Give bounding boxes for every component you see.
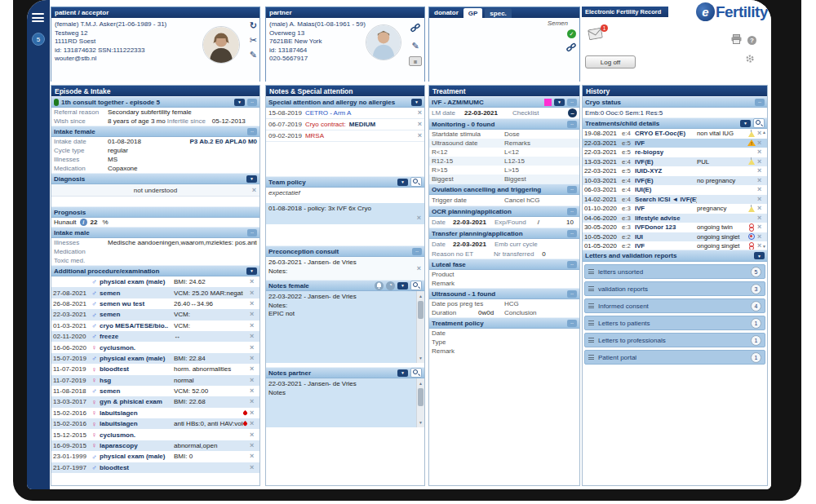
partner-edit-pencil-icon[interactable] (411, 42, 419, 51)
treatments-dropdown-button[interactable] (740, 120, 751, 127)
row-close-icon[interactable] (757, 205, 765, 212)
special-attention-row[interactable]: 09-02-2019 MRSA (266, 130, 424, 142)
row-close-icon[interactable] (250, 442, 258, 449)
intake-female-more-button[interactable] (247, 128, 257, 135)
treatment-history-row[interactable]: 01-05-2020 e:2 IVF ongoing singlet (583, 241, 767, 250)
procedure-row[interactable]: 11-07-2019 hsg normal (51, 375, 259, 386)
diagnosis-dropdown-button[interactable] (246, 175, 257, 183)
row-close-icon[interactable] (757, 196, 765, 203)
ultrasound-more-button[interactable] (567, 290, 577, 298)
notes-partner-entry[interactable]: 22-03-2021 - Jansen- de Vries Notes (266, 378, 424, 427)
entry-close-icon[interactable] (417, 214, 421, 222)
procedure-row[interactable]: physical exam (male) BMI: 24.62 (51, 276, 259, 287)
treatment-history-row[interactable]: 14-02-2021 e:4 Search ICSI ◄ IVF(E) (583, 195, 767, 205)
treatment-history-row[interactable]: 22-03-2021 e:5 IVF (583, 139, 767, 148)
scissors-icon[interactable] (250, 36, 257, 45)
row-close-icon[interactable] (250, 398, 258, 405)
row-close-icon[interactable] (250, 355, 258, 362)
preconception-more-button[interactable] (412, 248, 422, 255)
row-close-icon[interactable] (250, 431, 258, 439)
row-close-icon[interactable] (757, 223, 765, 231)
scrollbar[interactable] (416, 291, 424, 363)
treatment-history-row[interactable]: 22-03-2021 e:5 IUID-XYZ (583, 166, 767, 176)
treatment-history-row[interactable]: 06-03-2021 e:4 IUI(E) (583, 185, 767, 195)
message-icon[interactable]: 1 (588, 28, 606, 42)
row-close-icon[interactable] (757, 139, 765, 147)
bell-icon-button[interactable] (375, 281, 384, 290)
tab-gp[interactable]: GP (463, 8, 483, 18)
row-close-icon[interactable] (250, 387, 258, 395)
row-close-icon[interactable] (757, 148, 765, 156)
treatment-history-row[interactable]: 04-06-2020 e:3 lifestyle advise (583, 214, 767, 223)
ocr-more-button[interactable] (567, 208, 577, 215)
row-close-icon[interactable] (418, 109, 422, 117)
notes-female-search-button[interactable] (410, 281, 422, 290)
entry-close-icon[interactable] (417, 265, 421, 272)
menu-icon[interactable] (32, 13, 44, 23)
row-close-icon[interactable] (250, 311, 258, 318)
link-icon[interactable] (566, 41, 576, 55)
procedure-row[interactable]: 13-03-2017 gyn & phisical exam BMI: 22.6… (51, 396, 259, 407)
preconception-entry[interactable]: 26-03-2021 - Jansen- de Vries Notes: (266, 257, 424, 280)
procedure-row[interactable]: 15-02-2016 labuitslagen (51, 408, 259, 418)
procedure-row[interactable]: 27-08-2021 semen VCM: 25.20 MAR:negative (51, 287, 259, 298)
special-attention-dropdown-button[interactable] (411, 99, 422, 106)
help-icon[interactable] (747, 36, 756, 45)
row-close-icon[interactable] (757, 186, 765, 193)
procedure-row[interactable]: 21-07-1997 bloodtest (51, 462, 259, 473)
row-close-icon[interactable] (250, 344, 258, 351)
treatment-history-row[interactable]: 01-10-2020 e:3 IVF pregnancy (583, 204, 767, 214)
diagnosis-row[interactable]: not understood (51, 184, 259, 197)
procedure-row[interactable]: 22-03-2021 semen VCM: (51, 309, 259, 320)
letters-accordion-item[interactable]: letters unsorted 5 (584, 264, 765, 279)
row-close-icon[interactable] (250, 290, 258, 297)
row-close-icon[interactable] (418, 121, 422, 128)
team-policy-search-button[interactable] (410, 177, 422, 187)
procedure-row[interactable]: 16-06-2020 cyclusmon. (51, 342, 259, 352)
treatment-history-row[interactable]: 22-03-2021 e:5 re-biopsy (583, 148, 767, 157)
special-attention-row[interactable]: 06-07-2019 Cryo contract: MEDIUM (266, 119, 424, 130)
row-close-icon[interactable] (250, 420, 258, 427)
letters-accordion-item[interactable]: Letters to professionals 1 (584, 333, 765, 347)
ivf-more-button[interactable] (567, 99, 577, 106)
scroll-up-icon[interactable] (762, 130, 766, 135)
tab-donator[interactable]: donator (429, 7, 463, 18)
letters-accordion-item[interactable]: validation reports 3 (584, 281, 765, 296)
row-close-icon[interactable] (250, 365, 258, 373)
gear-icon[interactable] (745, 52, 755, 67)
luteal-more-button[interactable] (567, 261, 577, 268)
cryo-more-button[interactable] (755, 99, 765, 106)
row-close-icon[interactable] (757, 158, 765, 166)
notes-partner-dropdown-button[interactable] (397, 369, 408, 377)
row-close-icon[interactable] (250, 464, 258, 471)
row-close-icon[interactable] (757, 177, 765, 184)
sidebar-badge[interactable]: 5 (32, 33, 45, 46)
print-icon[interactable] (731, 33, 742, 47)
transfer-more-button[interactable] (567, 230, 577, 237)
notes-female-dropdown-button[interactable] (397, 282, 408, 290)
row-close-icon[interactable] (250, 322, 258, 329)
treatment-history-row[interactable]: 10-05-2020 e:2 IUI ongoing singlet (583, 232, 767, 242)
notes-female-entry[interactable]: 22-03-2022 - Jansen- de Vries Notes: EPI… (266, 291, 424, 363)
team-policy-dropdown-button[interactable] (397, 179, 408, 186)
row-close-icon[interactable] (250, 453, 258, 460)
procedure-row[interactable]: 26-08-2021 semen wu test 26.40↔34.96 (51, 298, 259, 309)
row-close-icon[interactable] (250, 409, 258, 417)
log-off-button[interactable]: Log off (585, 55, 636, 69)
procedure-row[interactable]: 15-12-2015 cyclusmon. (51, 429, 259, 440)
monitoring-more-button[interactable] (567, 121, 577, 128)
info-icon[interactable] (80, 219, 87, 226)
unlink-icon[interactable] (410, 21, 420, 36)
ovulation-more-button[interactable] (567, 186, 577, 193)
treatment-policy-more-button[interactable] (567, 320, 577, 327)
row-close-icon[interactable] (418, 132, 422, 139)
letters-dropdown-button[interactable] (754, 252, 765, 259)
procedure-row[interactable]: 15-07-2019 physical exam (male) BMI: 22.… (51, 353, 259, 364)
treatment-history-row[interactable]: 10-03-2021 e:4 IVF(E) no pregnancy (583, 176, 767, 186)
consult-more-button[interactable] (247, 99, 257, 106)
letters-accordion-item[interactable]: Informed consent 4 (584, 298, 765, 313)
special-attention-row[interactable]: 15-08-2019 CETRO - Arm A (266, 108, 424, 119)
checklist-minus-icon[interactable] (568, 108, 577, 117)
procedure-row[interactable]: 11-08-2018 semen VCM: 52.00 (51, 386, 259, 396)
procedure-row[interactable]: 11-07-2019 bloodtest horm. abnormalities (51, 364, 259, 374)
